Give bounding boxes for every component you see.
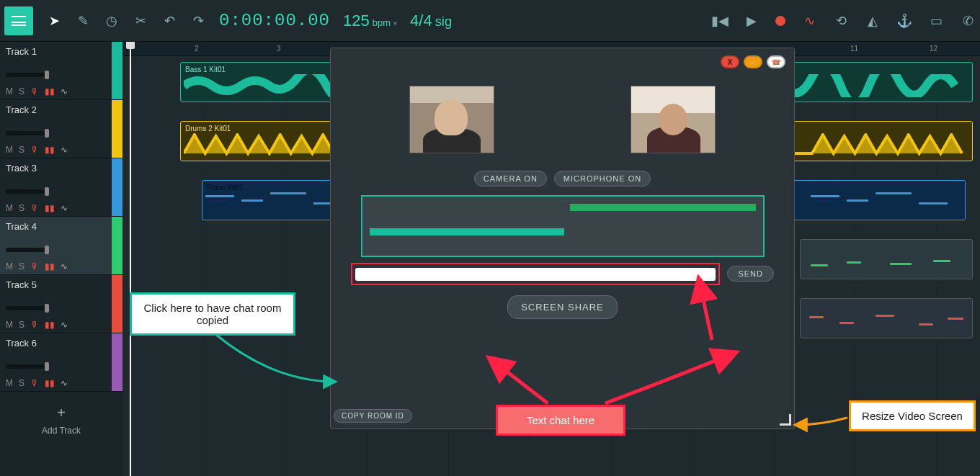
arm-rec-icon[interactable]: 🎙 xyxy=(30,86,39,96)
automation-icon[interactable]: ∿ xyxy=(801,13,817,29)
volume-slider[interactable] xyxy=(6,189,49,194)
camera-toggle-button[interactable]: CAMERA ON xyxy=(474,171,547,187)
undo-icon[interactable]: ↶ xyxy=(161,13,177,29)
midi-notes xyxy=(803,307,969,335)
volume-slider[interactable] xyxy=(6,306,49,310)
volume-slider[interactable] xyxy=(6,248,49,252)
snap-icon[interactable]: ▭ xyxy=(928,13,944,29)
track-header[interactable]: Track 4 MS🎙▮▮∿ xyxy=(0,217,122,275)
callout-copy-room: Click here to have chat room copied xyxy=(130,292,295,336)
ruler-mark: 12 xyxy=(930,45,937,53)
mute-button[interactable]: M xyxy=(6,203,13,213)
loop-icon[interactable]: ⟲ xyxy=(833,13,849,29)
midi-icon[interactable]: ▮▮ xyxy=(45,320,55,330)
bpm-display[interactable]: 125 bpm ▾ xyxy=(343,12,397,30)
midi-icon[interactable]: ▮▮ xyxy=(45,261,55,271)
phone-icon[interactable]: ✆ xyxy=(960,13,976,29)
timesig-display[interactable]: 4/4 sig xyxy=(410,12,452,30)
skip-start-icon[interactable]: ▮◀ xyxy=(712,13,728,29)
automation-toggle-icon[interactable]: ∿ xyxy=(61,145,68,155)
solo-button[interactable]: S xyxy=(19,145,24,155)
track-name: Track 4 xyxy=(6,221,117,232)
automation-toggle-icon[interactable]: ∿ xyxy=(61,86,68,96)
metronome-icon[interactable]: ◭ xyxy=(865,13,881,29)
volume-slider[interactable] xyxy=(6,364,49,369)
screen-share-button[interactable]: SCREEN SHARE xyxy=(507,295,618,319)
track-header[interactable]: Track 5 MS🎙▮▮∿ xyxy=(0,275,122,333)
midi-icon[interactable]: ▮▮ xyxy=(45,203,55,213)
arm-rec-icon[interactable]: 🎙 xyxy=(30,203,39,213)
scissors-tool-icon[interactable]: ✂ xyxy=(133,13,148,29)
track-header[interactable]: Track 2 MS🎙▮▮∿ xyxy=(0,100,122,158)
track-name: Track 3 xyxy=(6,163,117,174)
mute-button[interactable]: M xyxy=(6,320,13,330)
automation-toggle-icon[interactable]: ∿ xyxy=(61,203,68,213)
arm-rec-icon[interactable]: 🎙 xyxy=(30,261,39,271)
plus-icon: + xyxy=(57,405,66,421)
redo-icon[interactable]: ↷ xyxy=(190,13,206,29)
solo-button[interactable]: S xyxy=(19,261,24,271)
track-name: Track 2 xyxy=(6,104,117,115)
callout-resize: Resize Video Screen xyxy=(849,400,976,431)
midi-icon[interactable]: ▮▮ xyxy=(45,378,55,388)
ruler-mark: 11 xyxy=(850,45,858,53)
chat-message xyxy=(370,228,564,235)
record-icon[interactable] xyxy=(775,16,785,26)
track-name: Track 1 xyxy=(6,46,117,57)
chat-input-highlight xyxy=(351,263,720,285)
midi-icon[interactable]: ▮▮ xyxy=(45,145,55,155)
midi-icon[interactable]: ▮▮ xyxy=(45,86,55,96)
track-color-strip xyxy=(112,217,122,274)
video-feed xyxy=(631,86,716,153)
mute-button[interactable]: M xyxy=(6,145,13,155)
tracks-panel: Track 1 M S 🎙 ▮▮ ∿ Track 2 MS🎙▮▮∿ Track … xyxy=(0,42,122,476)
hangup-icon[interactable]: ☎ xyxy=(767,55,785,68)
automation-toggle-icon[interactable]: ∿ xyxy=(61,378,68,388)
top-toolbar: ➤ ✎ ◷ ✂ ↶ ↷ 0:00:00.00 125 bpm ▾ 4/4 sig… xyxy=(0,0,980,42)
pencil-tool-icon[interactable]: ✎ xyxy=(75,13,91,29)
automation-toggle-icon[interactable]: ∿ xyxy=(61,320,68,330)
menu-button[interactable] xyxy=(4,6,33,35)
callout-text-chat: Text chat here xyxy=(496,405,625,436)
arm-rec-icon[interactable]: 🎙 xyxy=(30,378,39,388)
bpm-label: bpm xyxy=(373,17,391,28)
mute-button[interactable]: M xyxy=(6,86,13,96)
close-video-button[interactable]: X xyxy=(721,55,739,68)
resize-handle[interactable] xyxy=(780,414,791,426)
anchor-icon[interactable]: ⚓ xyxy=(896,13,912,29)
minimize-video-button[interactable]: – xyxy=(744,55,762,68)
pointer-tool-icon[interactable]: ➤ xyxy=(46,13,62,29)
chat-log xyxy=(361,195,765,257)
midi-clip[interactable] xyxy=(800,298,973,338)
add-track-button[interactable]: + Add Track xyxy=(0,392,122,476)
arm-rec-icon[interactable]: 🎙 xyxy=(30,320,39,330)
solo-button[interactable]: S xyxy=(19,320,24,330)
track-header[interactable]: Track 1 M S 🎙 ▮▮ ∿ xyxy=(0,42,122,100)
play-icon[interactable]: ▶ xyxy=(744,13,760,29)
track-header[interactable]: Track 3 MS🎙▮▮∿ xyxy=(0,158,122,217)
solo-button[interactable]: S xyxy=(19,86,24,96)
copy-room-id-button[interactable]: COPY ROOM ID xyxy=(334,409,412,423)
sig-label: sig xyxy=(435,14,452,30)
solo-button[interactable]: S xyxy=(19,203,24,213)
send-button[interactable]: SEND xyxy=(727,266,774,282)
bpm-stepper-icon[interactable]: ▾ xyxy=(393,19,397,27)
mute-button[interactable]: M xyxy=(6,378,13,388)
volume-slider[interactable] xyxy=(6,131,49,135)
track-name: Track 5 xyxy=(6,279,117,290)
bpm-value: 125 xyxy=(343,12,370,30)
microphone-toggle-button[interactable]: MICROPHONE ON xyxy=(554,171,651,187)
timer-tool-icon[interactable]: ◷ xyxy=(104,13,120,29)
track-header[interactable]: Track 6 MS🎙▮▮∿ xyxy=(0,333,122,392)
chat-input[interactable] xyxy=(355,268,716,281)
automation-toggle-icon[interactable]: ∿ xyxy=(61,261,68,271)
sig-value: 4/4 xyxy=(410,12,432,30)
arm-rec-icon[interactable]: 🎙 xyxy=(30,145,39,155)
mute-button[interactable]: M xyxy=(6,261,13,271)
solo-button[interactable]: S xyxy=(19,378,24,388)
volume-slider[interactable] xyxy=(6,73,49,77)
midi-clip[interactable] xyxy=(800,239,973,279)
clip-label: Drums 2 Kit01 xyxy=(185,125,231,133)
video-chat-panel[interactable]: X – ☎ CAMERA ON MICROPHONE ON SEND SCREE… xyxy=(330,48,795,429)
playhead[interactable] xyxy=(130,42,131,476)
